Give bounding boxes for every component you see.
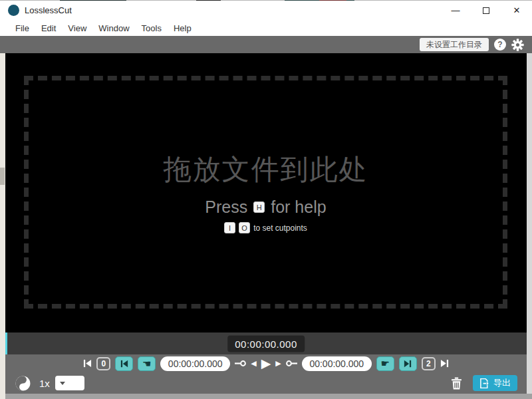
set-cut-end-button[interactable]: ☛: [376, 356, 394, 371]
playback-control-bar: 0 ☚ ◀ ▶ ▶ ☛ 2: [5, 354, 527, 372]
maximize-icon: [483, 7, 489, 14]
chevron-down-icon: [60, 382, 65, 385]
timeline-zoom-select[interactable]: [55, 376, 84, 390]
keycap-i: I: [224, 222, 235, 233]
timeline[interactable]: 00:00:00.000: [5, 332, 527, 354]
jump-start-keycap-button[interactable]: 0: [96, 357, 110, 370]
maximize-button[interactable]: [471, 1, 501, 20]
yin-yang-icon[interactable]: [15, 375, 31, 392]
menu-file[interactable]: File: [9, 20, 35, 36]
gear-icon[interactable]: [511, 39, 524, 51]
minimize-button[interactable]: —: [440, 1, 471, 20]
cutpoints-hint-line: I O to set cutpoints: [224, 222, 307, 233]
play-button[interactable]: ▶: [261, 356, 271, 371]
seek-back-button[interactable]: ◀: [251, 359, 256, 368]
help-hint-line: Press H for help: [205, 198, 326, 217]
jump-cut-start-button[interactable]: [115, 356, 133, 371]
cut-end-key-icon: [286, 360, 297, 366]
jump-to-start-button[interactable]: [83, 359, 92, 368]
seek-forward-button[interactable]: ▶: [275, 359, 281, 368]
window-title: LosslessCut: [25, 5, 72, 15]
window-controls: — ✕: [440, 1, 532, 20]
trash-button[interactable]: [451, 377, 462, 390]
menu-view[interactable]: View: [62, 20, 92, 36]
background-window-edge: [5, 394, 532, 399]
menu-bar: File Edit View Window Tools Help: [0, 20, 532, 36]
help-button[interactable]: ?: [494, 39, 506, 51]
working-directory-button[interactable]: 未设置工作目录: [420, 38, 489, 51]
jump-end-keycap-button[interactable]: 2: [422, 357, 436, 370]
cutpoints-hint-text: to set cutpoints: [253, 223, 307, 233]
close-button[interactable]: ✕: [501, 1, 532, 20]
export-button-label: 导出: [493, 377, 511, 389]
current-time-display: 00:00:00.000: [227, 335, 305, 352]
keycap-o: O: [239, 222, 250, 233]
player-area: 拖放文件到此处 Press H for help I O to set cutp…: [5, 53, 527, 332]
cut-start-key-icon: [235, 360, 246, 366]
export-button[interactable]: 导出: [473, 375, 517, 391]
set-cut-start-button[interactable]: ☚: [138, 356, 156, 371]
menu-help[interactable]: Help: [168, 20, 198, 36]
toolbar: 未设置工作目录 ?: [0, 36, 532, 53]
help-hint-prefix: Press: [205, 198, 247, 217]
jump-cut-end-button[interactable]: [399, 356, 417, 371]
hand-point-left-icon: ☚: [142, 358, 151, 368]
cut-end-time-input[interactable]: [302, 356, 372, 371]
menu-edit[interactable]: Edit: [35, 20, 62, 36]
playhead-cursor[interactable]: [5, 332, 7, 354]
file-drop-zone[interactable]: 拖放文件到此处 Press H for help I O to set cutp…: [24, 76, 507, 309]
title-bar: LosslessCut — ✕: [0, 1, 532, 20]
background-window-edge: [527, 53, 532, 394]
app-icon: [8, 5, 19, 16]
playback-rate-label: 1x: [39, 378, 50, 389]
help-hint-suffix: for help: [271, 198, 326, 217]
jump-to-end-button[interactable]: [440, 359, 449, 368]
cut-start-time-input[interactable]: [160, 356, 230, 371]
menu-tools[interactable]: Tools: [136, 20, 168, 36]
keycap-h: H: [253, 201, 265, 213]
bottom-bar: 1x 导出: [5, 372, 527, 394]
app-window: LosslessCut — ✕ File Edit View Window To…: [0, 0, 532, 399]
background-scrollbar: [0, 53, 5, 399]
hand-point-right-icon: ☛: [381, 358, 390, 368]
export-icon: [479, 378, 489, 388]
background-scrollbar-thumb: [0, 168, 5, 185]
menu-window[interactable]: Window: [92, 20, 135, 36]
drop-files-text: 拖放文件到此处: [164, 151, 368, 188]
